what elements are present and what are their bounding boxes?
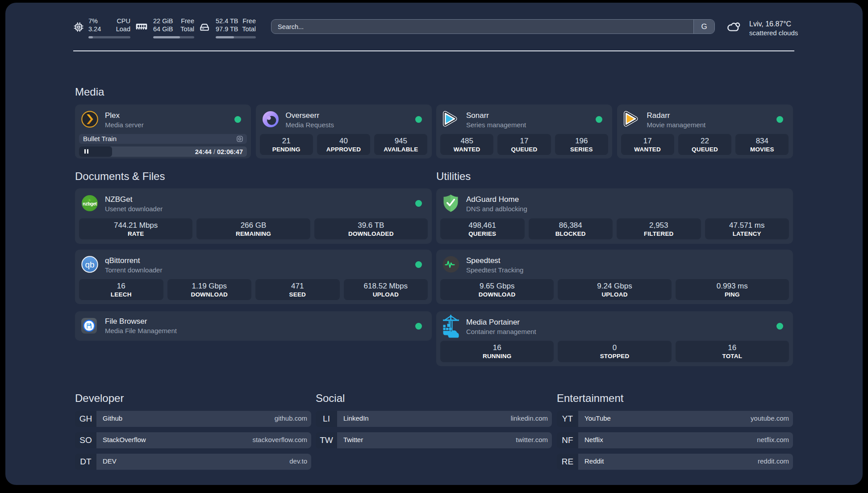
svg-text:qb: qb — [85, 260, 94, 269]
svg-text:nzbget: nzbget — [83, 201, 97, 206]
